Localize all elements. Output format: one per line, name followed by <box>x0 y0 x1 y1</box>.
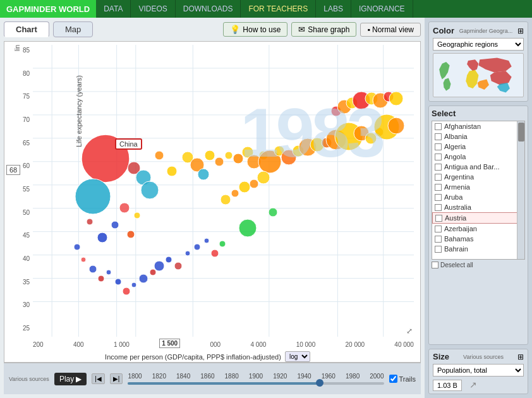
select-title: Select <box>432 109 525 118</box>
color-dropdown[interactable]: Geographic regions <box>433 38 524 51</box>
check-australia[interactable] <box>435 204 442 211</box>
x-axis-title: Income per person (GDP/capita, PPP$ infl… <box>105 353 281 361</box>
year-1840: 1840 <box>176 373 190 380</box>
scatter-plot[interactable]: China <box>33 45 414 337</box>
map-tab[interactable]: Map <box>53 21 93 37</box>
check-angola[interactable] <box>435 154 442 160</box>
country-aruba[interactable]: Aruba <box>432 192 524 202</box>
x-axis: 200 400 1 000 1 500 000 4 000 10 000 20 … <box>33 339 414 348</box>
svg-point-81 <box>219 241 226 247</box>
check-algeria[interactable] <box>435 143 442 150</box>
nav-ignorance[interactable]: IGNORANCE <box>351 0 413 18</box>
svg-point-24 <box>167 166 177 176</box>
check-bahrain[interactable] <box>435 246 442 253</box>
country-antigua[interactable]: Antigua and Bar... <box>432 162 524 172</box>
play-button[interactable]: Play ▶ <box>54 373 87 385</box>
color-header: Color Gapminder Geogra... ⊞ <box>433 26 524 35</box>
step-forward-button[interactable]: ▶| <box>110 373 123 384</box>
check-albania[interactable] <box>435 133 442 140</box>
svg-point-80 <box>211 250 219 257</box>
x-label-000: 000 <box>210 341 221 348</box>
country-algeria[interactable]: Algeria <box>432 142 524 152</box>
x-label-4000: 4 000 <box>250 341 266 348</box>
svg-point-75 <box>166 256 172 263</box>
y-label-65: 65 <box>6 140 32 147</box>
country-argentina[interactable]: Argentina <box>432 172 524 182</box>
trails-checkbox[interactable] <box>389 375 397 383</box>
svg-point-68 <box>106 270 111 275</box>
svg-point-73 <box>150 269 156 275</box>
country-list[interactable]: Afghanistan Albania Algeria Angola Antig… <box>432 121 525 260</box>
svg-point-70 <box>123 287 130 295</box>
deselect-check[interactable] <box>432 262 438 268</box>
y-label-45: 45 <box>6 232 32 239</box>
country-name-australia: Australia <box>444 203 471 211</box>
svg-point-69 <box>115 279 121 285</box>
country-albania[interactable]: Albania <box>432 131 524 142</box>
x-label-1500-highlight: 1 500 <box>159 339 180 348</box>
step-back-button[interactable]: |◀ <box>92 373 105 384</box>
timeline-track: 1800 1820 1840 1860 1880 1900 1920 1940 … <box>128 373 384 385</box>
nav-labs[interactable]: LABS <box>316 0 351 18</box>
expand-icon[interactable]: ⤢ <box>406 327 413 335</box>
check-argentina[interactable] <box>435 174 442 181</box>
country-bahamas[interactable]: Bahamas <box>432 234 524 244</box>
y-label-55: 55 <box>6 186 32 193</box>
svg-point-26 <box>119 203 130 213</box>
svg-point-34 <box>205 150 215 160</box>
scroll-thumb[interactable] <box>518 123 524 142</box>
check-aruba[interactable] <box>435 194 442 201</box>
color-source: Gapminder Geogra... <box>459 28 513 34</box>
y-axis: 85 80 75 70 65 60 55 50 45 40 35 30 25 <box>4 42 33 337</box>
country-name-armenia: Armenia <box>444 183 470 191</box>
svg-point-38 <box>233 154 243 164</box>
country-name-aruba: Aruba <box>444 193 462 201</box>
nav-for-teachers[interactable]: FOR TEACHERS <box>241 0 316 18</box>
nav-data[interactable]: DATA <box>96 0 131 18</box>
svg-point-36 <box>198 169 209 180</box>
nav-videos[interactable]: VIDEOS <box>131 0 175 18</box>
svg-point-72 <box>139 274 148 283</box>
chart-tab[interactable]: Chart <box>4 21 49 37</box>
country-australia[interactable]: Australia <box>432 202 524 212</box>
check-antigua[interactable] <box>435 164 442 171</box>
check-afghanistan[interactable] <box>435 123 442 130</box>
country-angola[interactable]: Angola <box>432 152 524 162</box>
country-afghanistan[interactable]: Afghanistan <box>432 121 524 131</box>
svg-point-52 <box>365 133 377 144</box>
deselect-all-label: Deselect all <box>440 262 473 268</box>
country-armenia[interactable]: Armenia <box>432 182 524 192</box>
trails-checkbox-area[interactable]: Trails <box>389 375 416 383</box>
x-label-40000: 40 000 <box>394 341 414 348</box>
country-austria[interactable]: Austria <box>432 212 524 224</box>
x-scale-selector[interactable]: log lin <box>285 351 310 362</box>
svg-point-66 <box>89 265 97 273</box>
size-dropdown[interactable]: Population, total <box>433 364 524 377</box>
check-armenia[interactable] <box>435 184 442 191</box>
timeline-bar[interactable] <box>128 382 384 385</box>
timeline-years: 1800 1820 1840 1860 1880 1900 1920 1940 … <box>128 373 384 380</box>
nav-downloads[interactable]: DOWNLOADS <box>176 0 241 18</box>
size-section: Size Various sources ⊞ Population, total… <box>428 349 528 394</box>
share-graph-button[interactable]: ✉ Share graph <box>291 22 356 37</box>
y-label-40: 40 <box>6 255 32 262</box>
svg-point-77 <box>185 251 190 256</box>
country-name-angola: Angola <box>444 153 466 160</box>
x-label-1000: 1 000 <box>114 341 130 348</box>
y-label-30: 30 <box>6 301 32 308</box>
svg-point-30 <box>127 231 135 238</box>
how-to-use-button[interactable]: 💡 How to use <box>223 22 287 37</box>
timeline-handle[interactable] <box>316 379 323 387</box>
country-bahrain[interactable]: Bahrain <box>432 244 524 254</box>
check-azerbaijan[interactable] <box>435 226 442 232</box>
select-section: Select Afghanistan Albania Algeria Angol… <box>428 106 528 345</box>
svg-point-86 <box>239 181 250 193</box>
brand-logo[interactable]: GAPMINDER WORLD <box>0 0 96 18</box>
deselect-all-button[interactable]: Deselect all <box>432 262 525 268</box>
check-austria[interactable] <box>435 215 442 222</box>
country-list-scrollbar[interactable] <box>517 121 524 259</box>
check-bahamas[interactable] <box>435 236 442 243</box>
normal-view-button[interactable]: ▪ Normal view <box>360 23 421 37</box>
country-azerbaijan[interactable]: Azerbaijan <box>432 224 524 234</box>
year-1860: 1860 <box>200 373 214 380</box>
